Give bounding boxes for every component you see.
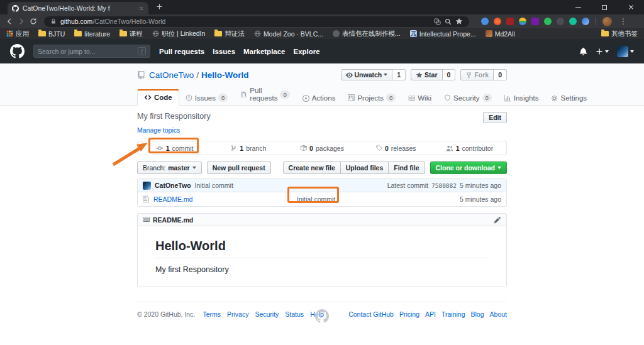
lock-icon [50,18,57,25]
readme-header: README.md [138,214,506,226]
footer-contact[interactable]: Contact GitHub [348,310,394,318]
file-name-link[interactable]: README.md [153,195,192,203]
extension-vpn-icon[interactable] [582,18,589,25]
commit-message-link[interactable]: Initial commit [195,182,233,189]
unwatch-button[interactable]: Unwatch [341,69,393,80]
edit-description-button[interactable]: Edit [483,112,507,123]
window-minimize-button[interactable] [565,0,591,14]
tab-insights[interactable]: Insights [498,91,545,106]
bookmark-apps[interactable]: 应用 [6,30,29,38]
reload-icon[interactable] [30,18,37,25]
footer-terms[interactable]: Terms [203,310,221,318]
tab-issues[interactable]: Issues0 [179,90,235,106]
fork-button[interactable]: Fork [460,69,494,80]
tab-code[interactable]: Code [137,89,179,106]
upload-files-button[interactable]: Upload files [340,162,389,174]
github-logo-icon[interactable] [10,44,25,58]
nav-pull-requests[interactable]: Pull requests [159,48,204,55]
other-bookmarks[interactable]: 其他书签 [601,30,638,38]
browser-menu-icon[interactable]: ⋮ [619,18,627,25]
repo-owner-link[interactable]: CatOneTwo [149,70,194,80]
fork-count[interactable]: 0 [494,69,507,80]
watch-count[interactable]: 1 [392,69,406,80]
branch-select-button[interactable]: Branch:master [137,162,202,174]
bookmark-folder-bjtu[interactable]: BJTU [38,30,65,38]
window-maximize-button[interactable] [591,0,618,14]
bookmark-model-zoo[interactable]: Model Zoo · BVLC... [254,30,323,38]
manage-topics-link[interactable]: Manage topics [137,126,180,134]
star-count[interactable]: 0 [443,69,456,80]
extension-downloads-icon[interactable] [519,18,526,25]
footer-blog[interactable]: Blog [471,310,484,318]
tab-wiki[interactable]: Wiki [402,91,438,106]
github-search[interactable]: / [33,45,150,58]
bookmark-folder-course[interactable]: 课程 [119,30,143,38]
clone-or-download-button[interactable]: Clone or download [430,162,508,174]
bookmark-intellectual-property[interactable]: 兀Intellectual Prope... [410,30,476,38]
browser-profile-avatar[interactable] [602,17,612,26]
bookmark-meme-maker[interactable]: 表情包在线制作模... [333,30,401,38]
tab-close-icon[interactable] [138,6,144,11]
bookmark-star-icon[interactable] [455,18,463,25]
address-bar[interactable]: github.com/CatOneTwo/Hello-World [44,16,469,27]
bookmark-md2all[interactable]: Md2All [486,30,515,38]
extension-red-icon[interactable] [506,18,514,25]
browser-tab[interactable]: CatOneTwo/Hello-World: My f [8,2,148,14]
commit-hash-link[interactable]: 7580882 [431,182,457,189]
find-file-button[interactable]: Find file [388,162,425,174]
footer-api[interactable]: API [425,310,436,318]
footer-privacy[interactable]: Privacy [227,310,248,318]
back-icon[interactable] [6,18,13,25]
nav-explore[interactable]: Explore [294,48,320,55]
star-button[interactable]: Star [411,69,442,80]
tab-security[interactable]: Security0 [438,90,498,106]
commit-author-avatar[interactable] [143,182,151,190]
stat-packages[interactable]: 0packages [285,145,358,152]
create-new-file-button[interactable]: Create new file [283,162,341,174]
repo-description-row: My first Responsitory Edit [137,112,507,123]
latest-commit-meta: Latest commit 7580882 5 minutes ago [387,182,501,189]
repo-hero: CatOneTwo / Hello-World Unwatch 1 Star 0… [0,63,644,106]
window-close-button[interactable] [618,0,644,14]
bookmark-folder-literature[interactable]: literature [74,30,110,38]
extension-orange-icon[interactable] [494,18,501,25]
repo-name-link[interactable]: Hello-World [201,70,249,80]
bookmark-linkedin[interactable]: 职位 | LinkedIn [152,30,205,38]
nav-issues[interactable]: Issues [213,48,235,55]
extension-onenote-icon[interactable] [531,18,539,25]
extension-video-icon[interactable] [481,18,489,25]
github-footer-logo-icon[interactable] [315,309,329,323]
search-input[interactable] [38,48,135,55]
create-new-menu[interactable] [596,48,609,55]
file-commit-message-link[interactable]: Initial commit [297,195,335,203]
stat-contributors[interactable]: 1contributor [433,145,506,152]
stat-commits[interactable]: 1commit [138,145,211,152]
tab-settings[interactable]: Settings [545,91,593,106]
find-in-page-icon[interactable] [445,18,452,25]
footer-pricing[interactable]: Pricing [399,310,419,318]
nav-marketplace[interactable]: Marketplace [243,48,285,55]
user-menu[interactable] [617,46,634,57]
bookmark-folder-dialectics[interactable]: 辩证法 [214,30,245,38]
footer-security[interactable]: Security [255,310,279,318]
extension-pocket-icon[interactable] [557,18,564,25]
extension-grammarly-icon[interactable] [569,18,577,25]
extension-evernote-icon[interactable] [544,18,552,25]
footer-about[interactable]: About [490,310,507,318]
forward-icon[interactable] [18,18,25,25]
new-pull-request-button[interactable]: New pull request [207,162,271,174]
stat-branches[interactable]: 1branch [211,145,285,152]
pencil-icon[interactable] [494,216,501,224]
file-row-readme[interactable]: README.md Initial commit 5 minutes ago [138,192,506,206]
new-tab-icon[interactable] [156,3,163,10]
stat-releases[interactable]: 0releases [359,145,433,152]
tab-pull-requests[interactable]: Pull requests0 [234,84,296,106]
footer-training[interactable]: Training [441,310,465,318]
tab-actions[interactable]: Actions [296,91,342,106]
slash-key-hint: / [138,47,146,55]
footer-status[interactable]: Status [285,310,304,318]
tab-projects[interactable]: Projects0 [341,90,402,106]
translate-icon[interactable] [434,18,441,25]
commit-author-link[interactable]: CatOneTwo [155,182,191,189]
bell-icon[interactable] [579,47,587,55]
